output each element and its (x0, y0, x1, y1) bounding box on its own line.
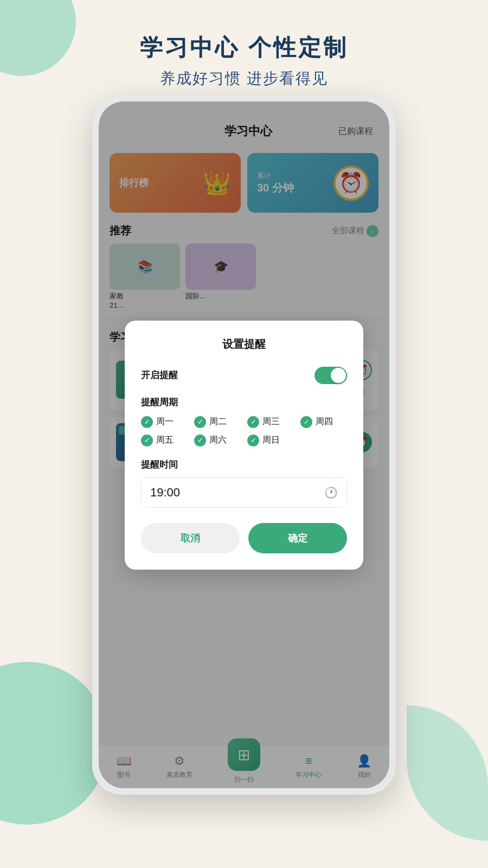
days-grid: ✓ 周一 ✓ 周二 ✓ 周三 (141, 416, 347, 446)
enable-label: 开启提醒 (141, 369, 178, 381)
day-tuesday[interactable]: ✓ 周二 (194, 416, 241, 428)
day-label-thursday: 周四 (316, 416, 333, 427)
modal-overlay[interactable]: 设置提醒 开启提醒 提醒周期 (99, 101, 389, 788)
day-check-tuesday: ✓ (194, 416, 206, 428)
modal-title: 设置提醒 (141, 337, 347, 352)
page-header: 学习中心 个性定制 养成好习惯 进步看得见 (0, 0, 488, 89)
phone-inner: 学习中心 已购课程 排行榜 👑 累计 30 分钟 ⏰ (99, 101, 389, 788)
day-label-friday: 周五 (156, 435, 174, 446)
day-label-saturday: 周六 (209, 435, 227, 446)
day-label-monday: 周一 (156, 416, 174, 427)
day-check-monday: ✓ (141, 416, 153, 428)
time-input-box[interactable]: 19:00 🕐 (141, 477, 347, 508)
day-check-thursday: ✓ (300, 416, 312, 428)
toggle-knob (331, 368, 346, 383)
time-label: 提醒时间 (141, 458, 347, 471)
reminder-modal: 设置提醒 开启提醒 提醒周期 (125, 321, 363, 570)
day-label-sunday: 周日 (262, 435, 280, 446)
modal-buttons: 取消 确定 (141, 523, 347, 553)
enable-reminder-row: 开启提醒 (141, 367, 347, 384)
enable-row-header: 开启提醒 (141, 367, 347, 384)
day-label-wednesday: 周三 (262, 416, 280, 427)
day-label-tuesday: 周二 (209, 416, 227, 427)
day-check-wednesday: ✓ (247, 416, 259, 428)
clock-input-icon: 🕐 (324, 486, 338, 499)
day-check-friday: ✓ (141, 435, 153, 446)
period-label: 提醒周期 (141, 396, 347, 409)
page-subtitle: 养成好习惯 进步看得见 (0, 68, 488, 89)
day-thursday[interactable]: ✓ 周四 (300, 416, 347, 428)
day-sunday[interactable]: ✓ 周日 (247, 435, 294, 446)
day-wednesday[interactable]: ✓ 周三 (247, 416, 294, 428)
day-friday[interactable]: ✓ 周五 (141, 435, 188, 446)
page-title: 学习中心 个性定制 (0, 33, 488, 63)
time-value: 19:00 (150, 486, 180, 500)
time-row: 提醒时间 19:00 🕐 (141, 458, 347, 508)
phone-frame: 学习中心 已购课程 排行榜 👑 累计 30 分钟 ⏰ (92, 95, 396, 795)
cancel-button[interactable]: 取消 (141, 523, 240, 553)
bg-decoration-br (407, 705, 488, 841)
confirm-button[interactable]: 确定 (248, 523, 347, 553)
day-check-sunday: ✓ (247, 435, 259, 446)
enable-toggle[interactable] (314, 367, 347, 384)
day-saturday[interactable]: ✓ 周六 (194, 435, 241, 446)
period-row: 提醒周期 ✓ 周一 ✓ 周二 ✓ (141, 396, 347, 446)
day-monday[interactable]: ✓ 周一 (141, 416, 188, 428)
app-content: 学习中心 已购课程 排行榜 👑 累计 30 分钟 ⏰ (99, 101, 389, 788)
day-check-saturday: ✓ (194, 435, 206, 446)
